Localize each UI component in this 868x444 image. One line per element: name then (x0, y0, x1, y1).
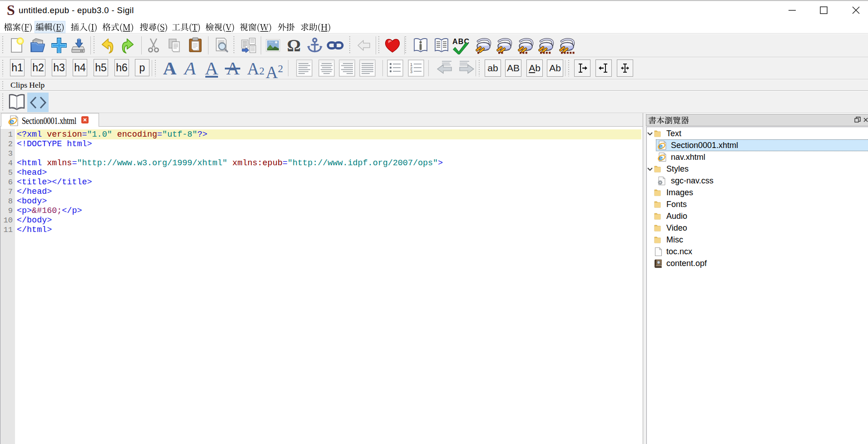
svg-text:e: e (10, 117, 14, 126)
svg-text:e: e (659, 154, 663, 162)
svg-text:3: 3 (410, 69, 412, 74)
svg-text:e: e (659, 142, 663, 150)
